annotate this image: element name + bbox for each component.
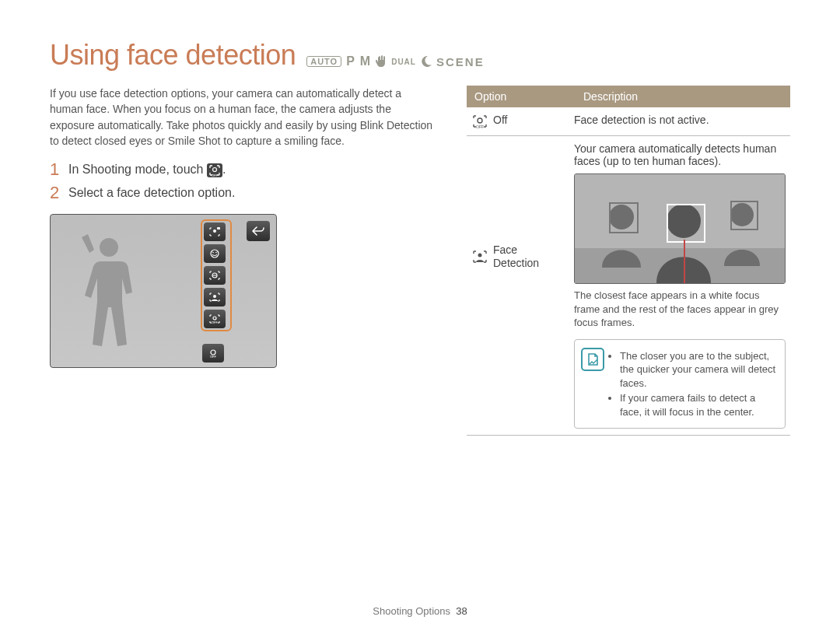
left-column: If you use face detection options, your … — [50, 86, 436, 436]
intro-paragraph: If you use face detection options, your … — [50, 86, 436, 149]
note-item: If your camera fails to detect a face, i… — [620, 391, 777, 419]
svg-point-16 — [478, 253, 482, 257]
table-header: Option Description — [467, 86, 790, 107]
face-off-icon: OFF — [207, 163, 222, 177]
note-icon — [581, 348, 604, 371]
title-row: Using face detection AUTO P M DUAL SCENE — [50, 39, 790, 72]
mode-dual: DUAL — [391, 58, 416, 66]
mode-m: M — [360, 54, 371, 68]
mode-p: P — [346, 54, 355, 68]
option-description: Face detection is not active. — [569, 114, 790, 129]
option-face-off-icon[interactable]: OFF — [204, 310, 226, 328]
face-off-icon: OFF — [471, 114, 488, 129]
grey-focus-frame — [609, 202, 639, 233]
child-silhouette — [74, 230, 144, 355]
step-number: 2 — [50, 183, 61, 203]
page-footer: Shooting Options 38 — [0, 605, 840, 617]
svg-text:OFF: OFF — [210, 355, 217, 359]
grey-focus-frame — [730, 201, 758, 230]
svg-point-10 — [213, 317, 216, 320]
page-title: Using face detection — [50, 39, 296, 72]
option-label: Off — [493, 114, 507, 126]
svg-point-7 — [215, 252, 217, 254]
option-description: Your camera automatically detects human … — [574, 142, 786, 167]
table-row: OFF Off Face detection is not active. — [467, 107, 790, 136]
option-extra-off-icon[interactable]: OFF — [202, 344, 224, 363]
svg-point-9 — [213, 295, 216, 298]
options-table: Option Description OFF Off Face detectio… — [467, 86, 790, 436]
right-column: Option Description OFF Off Face detectio… — [467, 86, 790, 436]
note-box: The closer you are to the subject, the q… — [574, 339, 786, 429]
face-detect-icon — [471, 249, 488, 264]
svg-text:OFF: OFF — [476, 124, 484, 129]
svg-text:OFF: OFF — [212, 173, 219, 177]
white-focus-frame — [667, 204, 705, 243]
header-option: Option — [467, 86, 576, 107]
mode-auto-badge: AUTO — [306, 56, 341, 67]
header-description: Description — [576, 86, 790, 107]
manual-page: Using face detection AUTO P M DUAL SCENE… — [0, 0, 840, 634]
callout-line — [684, 240, 685, 283]
svg-point-14 — [478, 118, 482, 123]
steps-list: 1 In Shooting mode, touch OFF. 2 Select … — [50, 159, 436, 203]
mode-strip: AUTO P M DUAL SCENE — [306, 54, 484, 68]
back-arrow-icon — [251, 226, 265, 236]
footer-page-number: 38 — [456, 605, 467, 617]
note-list: The closer you are to the subject, the q… — [609, 349, 777, 419]
option-blink-icon[interactable] — [204, 266, 226, 285]
step-text: Select a face detection option. — [68, 186, 235, 200]
option-smile-icon[interactable] — [204, 244, 226, 263]
sample-photo — [574, 173, 786, 284]
table-row: Face Detection Your camera automatically… — [467, 136, 790, 436]
svg-point-5 — [211, 250, 219, 257]
option-self-portrait-icon[interactable] — [204, 222, 226, 241]
mode-scene: SCENE — [436, 55, 485, 68]
footer-section: Shooting Options — [373, 605, 450, 617]
back-button[interactable] — [247, 221, 270, 241]
sample-caption: The closest face appears in a white focu… — [574, 289, 786, 330]
option-label: Face Detection — [493, 243, 539, 270]
step-1: 1 In Shooting mode, touch OFF. — [50, 159, 436, 180]
step-text: In Shooting mode, touch OFF. — [68, 163, 226, 177]
face-detection-options-column: OFF — [201, 219, 232, 331]
svg-rect-4 — [217, 227, 220, 229]
camera-screen-mockup: OFF OFF — [50, 214, 277, 368]
svg-point-3 — [213, 229, 216, 233]
moon-icon — [421, 56, 432, 67]
note-item: The closer you are to the subject, the q… — [620, 349, 777, 391]
hand-icon — [376, 55, 387, 68]
option-face-detect-icon[interactable] — [204, 288, 226, 306]
extra-option-icon: OFF — [202, 344, 224, 363]
step-number: 1 — [50, 159, 61, 180]
svg-text:OFF: OFF — [212, 321, 219, 324]
svg-point-6 — [212, 252, 214, 254]
step-2: 2 Select a face detection option. — [50, 183, 436, 203]
